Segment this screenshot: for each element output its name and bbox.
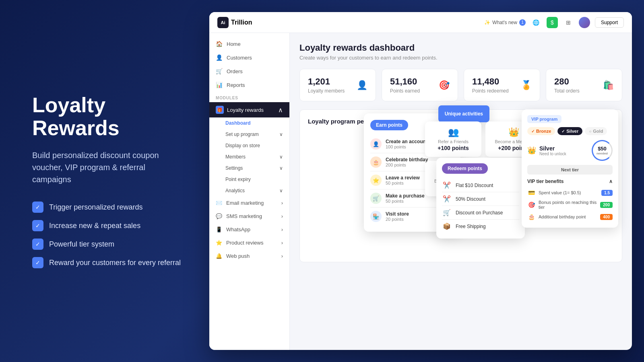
feature-item-4: ✓ Reward your customers for every referr…	[32, 257, 185, 268]
redeem-item-2: 🛒 Discount on Purchase	[442, 206, 519, 220]
check-icon-1: ✓	[32, 202, 43, 213]
topbar-right: ✨ What's new 1 🌐 $ ⊞ Support	[484, 17, 624, 28]
loyalty-rewards-module[interactable]: 🎁 Loyalty rewards ∧	[209, 102, 289, 117]
unique-activities-badge: Unique activities	[438, 105, 489, 122]
feature-text-4: Reward your customers for every referral	[49, 259, 181, 267]
next-tier-button[interactable]: Next tier	[527, 165, 613, 175]
benefit-badge-0: 1.5	[601, 190, 613, 196]
stat-value-orders: 280	[554, 76, 580, 87]
benefit-badge-2: 400	[600, 214, 613, 220]
sidebar-product-reviews[interactable]: ⭐ Product reviews ›	[209, 236, 289, 249]
loyalty-module-label: Loyalty rewards	[227, 107, 264, 113]
sub-item-setup[interactable]: Set up program ∨	[209, 129, 289, 140]
redeem-header: Redeem points	[442, 163, 488, 174]
feature-item-1: ✓ Trigger personalized rewards	[32, 202, 185, 213]
feature-text-2: Increase new & repeat sales	[49, 222, 140, 230]
user-avatar[interactable]	[579, 17, 590, 28]
sidebar-label-reports: Reports	[227, 82, 245, 88]
vip-tier-sub: Need to unlock	[539, 152, 566, 156]
redeem-name-2: Discount on Purchase	[456, 210, 503, 216]
redeem-item-1: ✂️ 50% Discount	[442, 192, 519, 206]
check-icon-4: ✓	[32, 257, 43, 268]
redeem-item-3: 📦 Free Shipping	[442, 220, 519, 233]
benefit-icon-0: 💳	[527, 189, 535, 196]
vip-benefit-0: 💳 Spent value (1= $0.5) 1.5	[527, 187, 613, 198]
benefit-icon-2: 🎂	[527, 214, 535, 220]
translate-icon[interactable]: 🌐	[530, 17, 542, 28]
sub-item-dashboard[interactable]: Dashboard	[209, 117, 289, 129]
redeem-icon-3: 📦	[442, 222, 452, 230]
stat-icon-redeemed: 🏅	[521, 80, 532, 90]
stat-label-earned: Points earned	[390, 88, 420, 94]
whats-new-badge: 1	[519, 19, 526, 26]
sidebar: 🏠 Home 👤 Customers 🛒 Orders 📊 Reports MO…	[209, 33, 290, 350]
unique-activities-label: Unique activities	[445, 111, 483, 117]
sub-item-settings[interactable]: Settings ∨	[209, 162, 289, 174]
whats-new[interactable]: ✨ What's new 1	[484, 19, 526, 26]
points-mini-0: 👥 Refer a Friends +100 points	[425, 121, 481, 157]
home-icon: 🏠	[216, 41, 223, 47]
vip-benefits-title: VIP tier benefits ∧	[527, 179, 613, 184]
earn-icon-1: 🎂	[370, 156, 382, 168]
stat-card-members: 1,201 Loyalty members 👤	[299, 69, 376, 101]
sidebar-whatsapp[interactable]: 📱 WhatsApp ›	[209, 223, 289, 236]
sub-item-point-expiry[interactable]: Point expiry	[209, 174, 289, 185]
earn-icon-0: 👤	[370, 138, 382, 150]
feature-list: ✓ Trigger personalized rewards ✓ Increas…	[32, 202, 185, 268]
grid-icon[interactable]: ⊞	[563, 17, 574, 28]
logo-icon: Ai	[217, 17, 229, 28]
notifications-icon[interactable]: $	[547, 17, 558, 28]
hero-subtitle: Build personalized discount coupon vouch…	[32, 149, 185, 185]
stat-card-redeemed: 11,480 Points redeemed 🏅	[464, 69, 540, 101]
page-title: Loyalty rewards dashboard	[299, 43, 622, 53]
app-window: Ai Trillion ✨ What's new 1 🌐 $ ⊞ Support…	[209, 12, 632, 350]
tier-tab-gold[interactable]: ○ Gold	[585, 127, 607, 135]
stat-value-members: 1,201	[308, 76, 345, 87]
stat-value-earned: 51,160	[390, 76, 420, 87]
sidebar-item-orders[interactable]: 🛒 Orders	[209, 64, 289, 78]
sidebar-sms-marketing[interactable]: 💬 SMS marketing ›	[209, 210, 289, 223]
sidebar-item-home[interactable]: 🏠 Home	[209, 37, 289, 51]
loyalty-module-icon: 🎁	[216, 106, 224, 114]
stat-label-orders: Total orders	[554, 88, 580, 94]
hero-title: Loyalty Rewards	[32, 94, 185, 140]
check-icon-2: ✓	[32, 220, 43, 231]
logo-text: Trillion	[231, 19, 252, 26]
sidebar-email-marketing[interactable]: ✉️ Email marketing ›	[209, 196, 289, 210]
redeem-icon-0: ✂️	[442, 181, 452, 189]
tier-tab-bronze[interactable]: ✓ Bronze	[527, 127, 555, 135]
sub-item-analytics[interactable]: Analytics ∨	[209, 185, 289, 196]
stat-value-redeemed: 11,480	[472, 76, 509, 87]
redeem-icon-1: ✂️	[442, 195, 452, 203]
earn-icon-3: 🛒	[370, 193, 382, 204]
feature-text-1: Trigger personalized rewards	[49, 203, 142, 212]
overlay-area: Loyalty program performance Earn points …	[299, 109, 622, 262]
logo: Ai Trillion	[217, 17, 252, 28]
stat-icon-members: 👤	[357, 80, 367, 90]
main-layout: 🏠 Home 👤 Customers 🛒 Orders 📊 Reports MO…	[209, 33, 632, 350]
feature-text-3: Powerful tier system	[49, 240, 114, 249]
sidebar-item-customers[interactable]: 👤 Customers	[209, 51, 289, 64]
sidebar-label-home: Home	[227, 41, 241, 47]
reports-icon: 📊	[216, 82, 223, 88]
earn-header: Earn points	[370, 120, 408, 130]
sidebar-web-push[interactable]: 🔔 Web push ›	[209, 249, 289, 263]
sidebar-label-orders: Orders	[227, 68, 243, 74]
sub-item-members[interactable]: Members ∨	[209, 151, 289, 162]
benefit-text-0: Spent value (1= $0.5)	[539, 190, 598, 195]
sub-item-display[interactable]: Display on store	[209, 140, 289, 151]
redeem-name-1: 50% Discount	[456, 196, 485, 202]
redeem-icon-2: 🛒	[442, 209, 452, 216]
sidebar-item-reports[interactable]: 📊 Reports	[209, 78, 289, 92]
sidebar-label-customers: Customers	[227, 55, 252, 61]
benefit-badge-1: 200	[600, 202, 613, 208]
vip-silver-row: 👑 Silver Need to unlock $50 needed	[527, 140, 613, 161]
left-section: Loyalty Rewards Build personalized disco…	[0, 70, 209, 292]
redeem-item-0: ✂️ Flat $10 Discount	[442, 179, 519, 192]
support-button[interactable]: Support	[595, 17, 624, 28]
web-push-icon: 🔔	[216, 253, 222, 259]
tier-tab-silver[interactable]: ✓ Silver	[557, 127, 582, 135]
benefit-icon-1: 🎯	[527, 202, 535, 208]
tier-tabs: ✓ Bronze ✓ Silver ○ Gold	[527, 127, 613, 135]
vip-benefit-1: 🎯 Bonus points on reaching this tier 200	[527, 198, 613, 212]
